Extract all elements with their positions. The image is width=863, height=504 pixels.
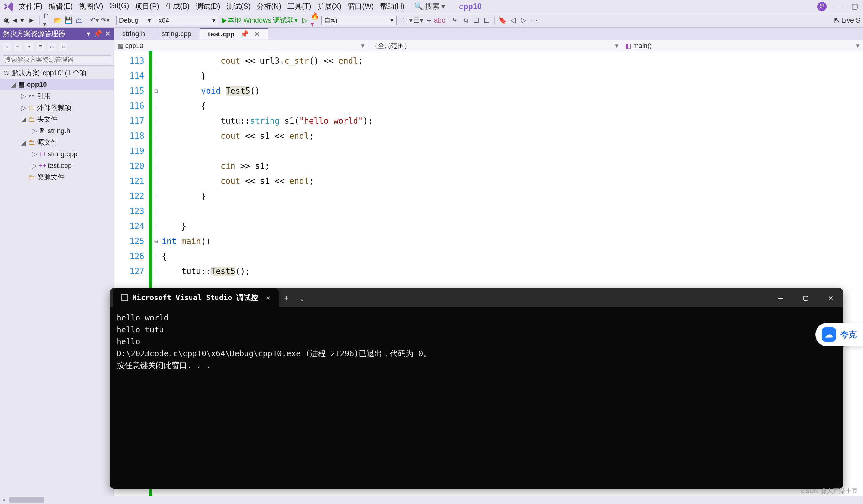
namespace-scope-combo[interactable]: （全局范围）▾ — [368, 40, 622, 51]
console-titlebar[interactable]: Microsoft Visual Studio 调试控 ✕ ＋ ⌄ — ▢ ✕ — [110, 288, 843, 307]
project-scope-combo[interactable]: ▦ cpp10▾ — [114, 40, 368, 51]
refs-icon: ▫▫ — [28, 93, 35, 100]
tab-string-h[interactable]: string.h — [114, 28, 153, 40]
solution-tree: 🗂 解决方案 'cpp10' (1 个项 ◢ ▦ cpp10 ▷ ▫▫ 引用 ▷… — [0, 66, 114, 504]
close-tab-icon[interactable]: ✕ — [266, 294, 270, 302]
tab-string-cpp[interactable]: string.cpp — [153, 28, 200, 40]
undo-icon[interactable]: ↶▾ — [90, 16, 99, 25]
solution-search-input[interactable] — [2, 55, 111, 64]
console-close-button[interactable]: ✕ — [818, 288, 843, 307]
sources-node[interactable]: ◢ 🗀 源文件 — [0, 137, 114, 148]
pin-tab-icon[interactable]: 📌 — [240, 30, 249, 38]
nav-icon-a[interactable]: ◁ — [509, 16, 517, 25]
collapse-icon[interactable]: ◢ — [21, 115, 26, 124]
redo-icon[interactable]: ↷▾ — [101, 16, 110, 25]
debug-console-window: Microsoft Visual Studio 调试控 ✕ ＋ ⌄ — ▢ ✕ … — [110, 288, 843, 489]
panel-menu-icon[interactable]: ▾ — [87, 30, 90, 38]
tool-icon-4[interactable]: abc — [435, 16, 444, 25]
share-icon: ⇱ — [834, 16, 839, 24]
solution-root[interactable]: 🗂 解决方案 'cpp10' (1 个项 — [0, 67, 114, 79]
cpp-file-icon: ++ — [39, 162, 46, 169]
scroll-left-icon[interactable]: ◄ — [2, 498, 5, 502]
resources-node[interactable]: 🗀 资源文件 — [0, 171, 114, 183]
config-combo[interactable]: Debug▾ — [116, 16, 154, 25]
step-icon-4[interactable]: ☐ — [483, 16, 491, 25]
overflow-icon[interactable]: ⋯ — [530, 16, 539, 25]
tool-icon-3[interactable]: ↔ — [424, 16, 433, 25]
search-label: 搜索 — [425, 2, 439, 11]
member-scope-combo[interactable]: ◧ main()▾ — [622, 40, 863, 51]
step-icon-1[interactable]: ⤷ — [450, 16, 459, 25]
sync-icon[interactable]: ⟲ — [14, 43, 22, 51]
scroll-thumb[interactable] — [9, 497, 44, 503]
vs-logo-icon — [2, 1, 14, 13]
start-debug-button[interactable]: ▶ 本地 Windows 调试器 ▾ — [221, 15, 299, 26]
nav-icon-b[interactable]: ▷ — [519, 16, 528, 25]
external-deps-node[interactable]: ▷ 🗀 外部依赖项 — [0, 102, 114, 113]
source-file-item[interactable]: ▷ ++ test.cpp — [0, 160, 114, 171]
nav-back-button[interactable]: ◉ ◄ ▾ — [2, 16, 25, 25]
global-search[interactable]: 🔍 搜索 ▾ — [414, 2, 445, 11]
collapse-icon[interactable]: ◢ — [11, 80, 16, 89]
menu-item[interactable]: 测试(S) — [224, 0, 254, 13]
source-file-item[interactable]: ▷ ++ string.cpp — [0, 148, 114, 160]
close-panel-icon[interactable]: ✕ — [105, 30, 111, 38]
auto-combo[interactable]: 自动▾ — [321, 16, 397, 25]
console-maximize-button[interactable]: ▢ — [793, 288, 818, 307]
view-icon[interactable]: ▾ — [25, 43, 33, 51]
menu-item[interactable]: 项目(P) — [132, 0, 162, 13]
step-icon-3[interactable]: ☐ — [472, 16, 480, 25]
hot-reload-icon[interactable]: 🔥▾ — [311, 16, 320, 25]
cpp-file-icon: ++ — [39, 151, 46, 157]
start-nodebug-button[interactable]: ▷ — [301, 16, 309, 25]
new-tab-button[interactable]: ＋ — [279, 288, 295, 307]
new-item-icon[interactable]: 🗋▾ — [43, 16, 52, 25]
tool-icon-1[interactable]: ⬚▾ — [403, 16, 412, 25]
menu-item[interactable]: 生成(B) — [162, 0, 193, 13]
nav-fwd-button[interactable]: ► — [27, 16, 36, 25]
menu-item[interactable]: 工具(T) — [284, 0, 314, 13]
expand-icon[interactable]: ▷ — [21, 92, 26, 100]
pin-icon[interactable]: 📌 — [93, 30, 102, 38]
save-icon[interactable]: 💾 — [64, 16, 73, 25]
menu-item[interactable]: 视图(V) — [76, 0, 106, 13]
tab-menu-button[interactable]: ⌄ — [295, 288, 310, 307]
horizontal-scrollbar[interactable]: ◄ — [0, 496, 863, 504]
menu-item[interactable]: 扩展(X) — [314, 0, 345, 13]
quark-side-badge[interactable]: ☁ 夸克 — [815, 323, 863, 347]
user-avatar[interactable]: 妤 — [817, 2, 827, 11]
close-tab-icon[interactable]: ✕ — [254, 30, 260, 38]
headers-node[interactable]: ◢ 🗀 头文件 — [0, 113, 114, 125]
solution-explorer: 解决方案资源管理器 ▾ 📌 ✕ ⌂ ⟲ ▾ ☰ ▭ ⚙ 🗂 解决方案 'cpp1… — [0, 28, 114, 504]
console-tab[interactable]: Microsoft Visual Studio 调试控 ✕ — [113, 288, 279, 307]
restore-button[interactable]: ▢ — [849, 1, 861, 12]
menu-item[interactable]: 分析(N) — [254, 0, 284, 13]
filter-icon[interactable]: ☰ — [36, 43, 45, 51]
project-node[interactable]: ◢ ▦ cpp10 — [0, 79, 114, 90]
menu-item[interactable]: Git(G) — [106, 0, 132, 13]
step-icon-2[interactable]: ⎙ — [461, 16, 470, 25]
props-icon[interactable]: ⚙ — [59, 43, 67, 51]
references-node[interactable]: ▷ ▫▫ 引用 — [0, 90, 114, 102]
header-file-item[interactable]: ▷ 🗎 string.h — [0, 125, 114, 137]
save-all-icon[interactable]: 🗃 — [75, 16, 84, 25]
live-share-button[interactable]: ⇱ Live S — [834, 16, 861, 24]
bookmark-icon[interactable]: 🔖 — [498, 16, 506, 25]
menu-item[interactable]: 帮助(H) — [377, 0, 408, 13]
menu-item[interactable]: 文件(F) — [16, 0, 46, 13]
menu-item[interactable]: 调试(D) — [193, 0, 224, 13]
menu-item[interactable]: 窗口(W) — [345, 0, 377, 13]
tab-test-cpp[interactable]: test.cpp 📌 ✕ — [200, 28, 268, 40]
menu-item[interactable]: 编辑(E) — [46, 0, 76, 13]
home-icon[interactable]: ⌂ — [2, 43, 11, 51]
open-icon[interactable]: 📂 — [54, 16, 62, 25]
minimize-button[interactable]: — — [832, 1, 843, 12]
folder-icon: 🗀 — [28, 116, 35, 123]
tool-icon-2[interactable]: ☰▾ — [414, 16, 423, 25]
console-output[interactable]: hello worldhello tutuhelloD:\2023code.c\… — [110, 307, 843, 376]
show-all-icon[interactable]: ▭ — [48, 43, 56, 51]
platform-combo[interactable]: x64▾ — [156, 16, 218, 25]
console-minimize-button[interactable]: — — [768, 288, 793, 307]
separator — [411, 2, 411, 11]
solution-icon: 🗂 — [3, 69, 10, 76]
